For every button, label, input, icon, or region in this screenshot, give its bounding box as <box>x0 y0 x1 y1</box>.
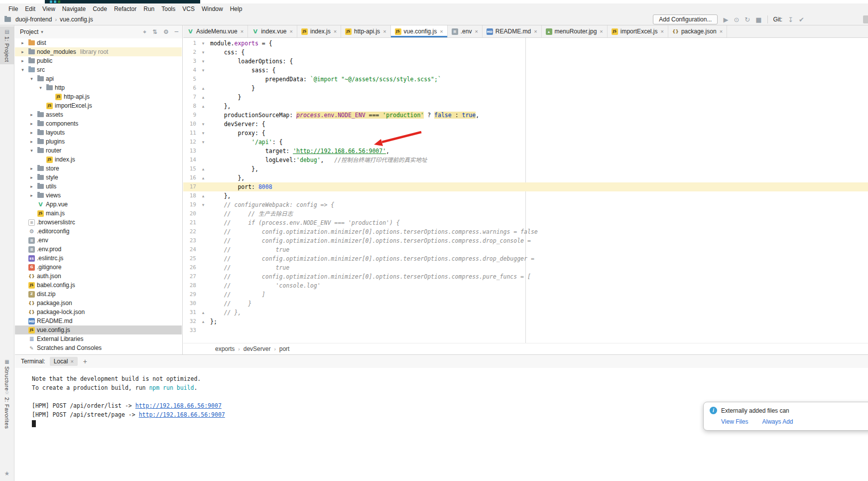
editor-tab-menurouter.jpg[interactable]: ▴menuRouter.jpg× <box>542 25 608 37</box>
code-line-10[interactable]: 10▾ devServer: { <box>183 120 868 129</box>
menu-edit[interactable]: Edit <box>21 4 39 13</box>
tree-item-src[interactable]: ▾src <box>15 65 182 74</box>
view-files-link[interactable]: View Files <box>721 418 748 425</box>
editor-breadcrumb-item[interactable]: exports <box>215 345 235 352</box>
tree-item-.env[interactable]: ≡.env <box>15 236 182 245</box>
tree-item-babel.config.js[interactable]: JSbabel.config.js <box>15 281 182 290</box>
editor-tab-.env[interactable]: ≡.env× <box>448 25 483 37</box>
code-line-30[interactable]: 30 // } <box>183 299 868 308</box>
editor-breadcrumb-item[interactable]: port <box>279 345 290 352</box>
git-update-icon[interactable]: ↧ <box>788 16 793 23</box>
code-line-7[interactable]: 7▴ } <box>183 93 868 102</box>
fold-marker-icon[interactable]: ▾ <box>196 39 210 48</box>
code-line-27[interactable]: 27 // config.optimization.minimizer[0].o… <box>183 272 868 281</box>
code-line-17[interactable]: 17 port: 8008 <box>183 182 868 191</box>
menu-tools[interactable]: Tools <box>158 4 179 13</box>
tree-item-assets[interactable]: ▸assets <box>15 110 182 119</box>
chevron-down-icon[interactable]: ▾ <box>37 85 44 90</box>
fold-marker-icon[interactable]: ▾ <box>196 129 210 138</box>
tree-item-http[interactable]: ▾http <box>15 83 182 92</box>
fold-marker-icon[interactable]: ▾ <box>196 120 210 129</box>
code-line-31[interactable]: 31▴ // }, <box>183 308 868 317</box>
settings-gear-icon[interactable]: ⚙ <box>163 28 169 35</box>
editor-breadcrumb-item[interactable]: devServer <box>244 345 271 352</box>
chevron-right-icon[interactable]: ▸ <box>19 49 26 54</box>
tree-item-dist.zip[interactable]: Zdist.zip <box>15 290 182 299</box>
tree-item-importexcel.js[interactable]: JSimportExcel.js <box>15 101 182 110</box>
collapse-all-icon[interactable]: ⇅ <box>152 28 157 35</box>
fold-marker-icon[interactable]: ▴ <box>196 102 210 111</box>
chevron-right-icon[interactable]: ▸ <box>28 130 35 135</box>
menu-refactor[interactable]: Refactor <box>111 4 140 13</box>
code-line-2[interactable]: 2▾ css: { <box>183 48 868 57</box>
close-icon[interactable]: × <box>383 28 386 34</box>
tree-item-.eslintrc.js[interactable]: ES.eslintrc.js <box>15 254 182 263</box>
tree-item-.gitignore[interactable]: G.gitignore <box>15 263 182 272</box>
tree-item-package.json[interactable]: {}package.json <box>15 299 182 308</box>
chevron-right-icon[interactable]: ▸ <box>28 175 35 180</box>
code-line-32[interactable]: 32▴}; <box>183 317 868 326</box>
editor-tab-index.js[interactable]: JSindex.js× <box>297 25 341 37</box>
editor-tab-http-api.js[interactable]: JShttp-api.js× <box>341 25 390 37</box>
breadcrumb-item[interactable]: vue.config.js <box>59 16 94 23</box>
tree-item-http-api.js[interactable]: JShttp-api.js <box>15 92 182 101</box>
fold-marker-icon[interactable]: ▾ <box>196 66 210 75</box>
close-icon[interactable]: × <box>290 28 293 34</box>
fold-marker-icon[interactable]: ▾ <box>196 57 210 66</box>
chevron-down-icon[interactable]: ▾ <box>19 67 26 72</box>
code-line-28[interactable]: 28 // 'console.log' <box>183 281 868 290</box>
project-panel-title[interactable]: Project <box>20 28 38 35</box>
editor-tab-importexcel.js[interactable]: JSimportExcel.js× <box>608 25 668 37</box>
chevron-down-icon[interactable]: ▾ <box>28 76 35 81</box>
code-line-18[interactable]: 18▴ }, <box>183 191 868 200</box>
close-icon[interactable]: × <box>334 28 337 34</box>
code-line-16[interactable]: 16▴ }, <box>183 173 868 182</box>
menu-run[interactable]: Run <box>140 4 158 13</box>
code-line-13[interactable]: 13 target: 'http://192.168.66.56:9007', <box>183 147 868 156</box>
fold-marker-icon[interactable]: ▴ <box>196 84 210 93</box>
locate-file-icon[interactable]: ⌖ <box>143 28 146 35</box>
new-terminal-session-icon[interactable]: + <box>83 357 87 365</box>
code-line-12[interactable]: 12▾ '/api': { <box>183 138 868 147</box>
tree-item-node_modules[interactable]: ▸node_moduleslibrary root <box>15 47 182 56</box>
run-icon[interactable]: ▶ <box>723 16 728 23</box>
code-line-5[interactable]: 5 prependData: `@import "~@/assets/scss/… <box>183 75 868 84</box>
tree-item-index.js[interactable]: JSindex.js <box>15 155 182 164</box>
fold-marker-icon[interactable]: ▴ <box>196 308 210 317</box>
tree-item-package-lock.json[interactable]: {}package-lock.json <box>15 308 182 317</box>
fold-marker-icon[interactable]: ▾ <box>196 138 210 147</box>
editor-tab-index.vue[interactable]: Vindex.vue× <box>248 25 297 37</box>
menu-window[interactable]: Window <box>198 4 227 13</box>
close-icon[interactable]: × <box>70 358 73 364</box>
tree-item-plugins[interactable]: ▸plugins <box>15 137 182 146</box>
toolwindow-button-project[interactable]: ▤ 1: Project <box>0 26 14 64</box>
menu-file[interactable]: File <box>5 4 21 13</box>
tree-item-readme.md[interactable]: MDREADME.md <box>15 317 182 325</box>
chevron-right-icon[interactable]: ▸ <box>28 112 35 117</box>
code-line-14[interactable]: 14 logLevel:'debug', //控制台终端打印代理前的真实地址 <box>183 156 868 164</box>
editor-tab-asidemenu.vue[interactable]: VAsideMenu.vue× <box>183 25 248 37</box>
menu-vcs[interactable]: VCS <box>179 4 198 13</box>
git-commit-icon[interactable]: ✔ <box>799 16 804 23</box>
editor-tab-vue.config.js[interactable]: JSvue.config.js× <box>391 25 448 37</box>
fold-marker-icon[interactable]: ▴ <box>196 93 210 102</box>
tree-item-vue.config.js[interactable]: JSvue.config.js <box>15 325 182 334</box>
close-icon[interactable]: × <box>534 28 537 34</box>
tree-item-utils[interactable]: ▸utils <box>15 182 182 191</box>
close-icon[interactable]: × <box>241 28 244 34</box>
editor-tab-package.json[interactable]: {}package.json× <box>668 25 727 37</box>
editor-body[interactable]: 1▾module.exports = {2▾ css: {3▾ loaderOp… <box>183 38 868 343</box>
tree-item-layouts[interactable]: ▸layouts <box>15 128 182 137</box>
always-add-link[interactable]: Always Add <box>762 418 793 425</box>
editor-tab-readme.md[interactable]: MDREADME.md× <box>483 25 542 37</box>
fold-marker-icon[interactable]: ▴ <box>196 191 210 200</box>
code-line-19[interactable]: 19▾ // configureWebpack: config => { <box>183 200 868 209</box>
chevron-right-icon[interactable]: ▸ <box>28 193 35 198</box>
fold-marker-icon[interactable]: ▴ <box>196 317 210 326</box>
tree-item-public[interactable]: ▸public <box>15 56 182 65</box>
tree-item-components[interactable]: ▸components <box>15 119 182 128</box>
tree-item-style[interactable]: ▸style <box>15 173 182 182</box>
tree-item-api[interactable]: ▾api <box>15 74 182 83</box>
chevron-right-icon[interactable]: ▸ <box>28 121 35 126</box>
tree-item-auth.json[interactable]: {}auth.json <box>15 272 182 281</box>
